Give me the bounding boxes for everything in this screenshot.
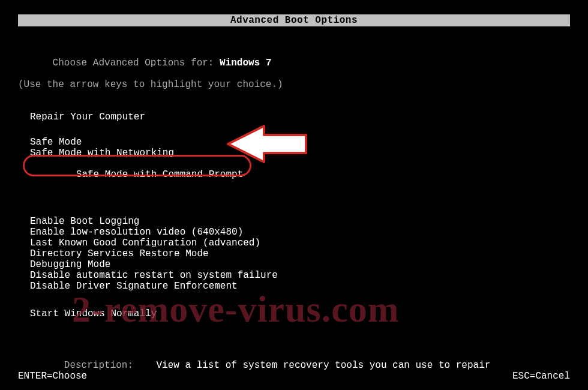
os-name: Windows 7 (220, 58, 271, 68)
description-line-2: startup problems, run diagnostics, or re… (18, 382, 570, 390)
choose-line: Choose Advanced Options for: Windows 7 (18, 47, 570, 79)
option-directory-services-restore-mode[interactable]: Directory Services Restore Mode (30, 248, 570, 259)
hint-line: (Use the arrow keys to highlight your ch… (18, 79, 570, 90)
option-safe-mode-with-networking[interactable]: Safe Mode with Networking (30, 148, 570, 158)
option-start-windows-normally[interactable]: Start Windows Normally (30, 308, 570, 319)
option-repair-your-computer[interactable]: Repair Your Computer (30, 112, 570, 122)
footer-esc: ESC=Cancel (512, 371, 570, 382)
option-disable-driver-signature-enforcement[interactable]: Disable Driver Signature Enforcement (30, 281, 570, 292)
description-label: Description: (64, 360, 133, 371)
option-disable-automatic-restart[interactable]: Disable automatic restart on system fail… (30, 270, 570, 281)
description-text-1: View a list of system recovery tools you… (156, 360, 490, 371)
option-debugging-mode[interactable]: Debugging Mode (30, 259, 570, 270)
option-last-known-good-configuration[interactable]: Last Known Good Configuration (advanced) (30, 238, 570, 248)
footer-enter: ENTER=Choose (18, 371, 87, 382)
option-safe-mode-with-command-prompt[interactable]: Safe Mode with Command Prompt (30, 158, 243, 202)
content-area: Choose Advanced Options for: Windows 7 (… (18, 47, 570, 390)
option-enable-low-resolution-video[interactable]: Enable low-resolution video (640x480) (30, 227, 570, 238)
option-enable-boot-logging[interactable]: Enable Boot Logging (30, 216, 570, 227)
title-bar: Advanced Boot Options (18, 14, 570, 26)
option-safe-mode[interactable]: Safe Mode (30, 137, 570, 148)
selected-option-label: Safe Mode with Command Prompt (76, 169, 243, 180)
choose-prefix: Choose Advanced Options for: (53, 58, 220, 68)
